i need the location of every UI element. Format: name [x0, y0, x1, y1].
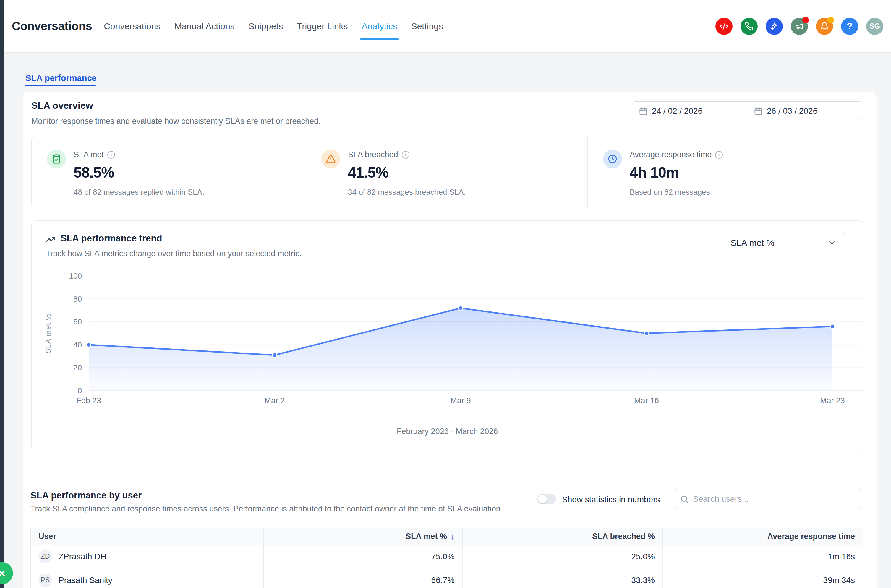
sla-trend-card: SLA performance trend Track how SLA metr…: [32, 220, 863, 451]
column-header-sla-breached[interactable]: SLA breached %: [463, 528, 663, 545]
stat-description: 34 of 82 messages breached SLA.: [348, 188, 466, 197]
metric-select-value: SLA met %: [730, 238, 828, 248]
header-actions: SG: [715, 18, 883, 35]
tab-conversations[interactable]: Conversations: [104, 21, 161, 32]
stat-avg-response-time: Average response time 4h 10m Based on 82…: [587, 136, 863, 209]
warning-triangle-icon: [326, 154, 336, 164]
stat-value: 41.5%: [348, 164, 466, 181]
trend-subtitle: Track how SLA metrics change over time b…: [46, 249, 302, 258]
trending-up-icon: [45, 234, 56, 244]
stat-description: 48 of 82 messages replied within SLA.: [74, 188, 204, 197]
close-icon: [0, 567, 5, 579]
code-icon: [720, 22, 729, 31]
active-tab-underline: [25, 84, 96, 86]
date-range-picker: 24 / 02 / 2026 26 / 03 / 2026: [632, 101, 862, 121]
sla-user-table: User SLA met % ↓ SLA breached % Average …: [30, 528, 863, 588]
svg-text:40: 40: [73, 340, 82, 349]
calendar-icon: [639, 106, 648, 116]
trend-title: SLA performance trend: [61, 233, 162, 244]
svg-text:100: 100: [69, 272, 82, 280]
metric-select[interactable]: SLA met %: [719, 232, 845, 253]
svg-text:Mar 16: Mar 16: [634, 396, 659, 405]
date-to-field[interactable]: 26 / 03 / 2026: [747, 102, 862, 120]
phone-button[interactable]: [741, 18, 758, 35]
toggle-knob: [538, 495, 547, 504]
overview-subtitle: Monitor response times and evaluate how …: [32, 117, 321, 126]
table-cell-sla-met: 66.7%: [264, 568, 463, 588]
by-user-title: SLA performance by user: [30, 490, 141, 501]
toggle-label: Show statistics in numbers: [562, 494, 660, 505]
date-from-field[interactable]: 24 / 02 / 2026: [633, 102, 747, 120]
code-button[interactable]: [715, 18, 733, 35]
bell-icon: [820, 22, 829, 31]
svg-text:SLA met %: SLA met %: [44, 313, 52, 354]
svg-text:Mar 2: Mar 2: [264, 396, 285, 405]
notification-dot: [828, 17, 834, 23]
date-to-value: 26 / 03 / 2026: [767, 106, 817, 116]
by-user-subtitle: Track SLA compliance and response times …: [30, 504, 503, 513]
table-cell-avg-response: 1m 16s: [663, 545, 862, 568]
avatar: ZD: [38, 550, 52, 564]
column-header-user[interactable]: User: [31, 528, 264, 545]
main-tabs: Conversations Manual Actions Snippets Tr…: [104, 0, 443, 52]
user-name: Prasath Sanity: [59, 576, 112, 585]
column-header-sla-met[interactable]: SLA met % ↓: [264, 528, 463, 545]
stat-sla-met: SLA met 58.5% 48 of 82 messages replied …: [32, 136, 306, 209]
content-card: SLA overview Monitor response times and …: [23, 92, 877, 588]
tab-snippets[interactable]: Snippets: [249, 21, 283, 32]
stat-label: Average response time: [630, 150, 712, 159]
phone-icon: [745, 22, 754, 31]
tab-analytics[interactable]: Analytics: [362, 21, 397, 32]
stat-icon-bubble: [603, 150, 622, 168]
user-name: ZPrasath DH: [59, 552, 107, 561]
show-statistics-toggle[interactable]: [537, 494, 556, 504]
clipboard-check-icon: [51, 154, 62, 164]
chart-caption: February 2026 - March 2026: [32, 427, 863, 436]
svg-text:60: 60: [73, 317, 82, 326]
user-avatar[interactable]: SG: [866, 18, 883, 35]
svg-text:Feb 23: Feb 23: [76, 396, 101, 405]
tab-manual-actions[interactable]: Manual Actions: [174, 21, 234, 32]
stat-description: Based on 82 messages: [630, 188, 723, 197]
help-icon: [847, 21, 853, 32]
trend-chart-area: 020406080100SLA met %Feb 23Mar 2Mar 9Mar…: [32, 268, 864, 410]
stat-value: 4h 10m: [630, 164, 723, 181]
left-sidebar-edge: [0, 0, 4, 588]
stat-label: SLA breached: [348, 150, 398, 159]
table-cell-avg-response: 39m 34s: [663, 568, 862, 588]
svg-text:0: 0: [78, 386, 82, 395]
clock-icon: [607, 154, 618, 164]
column-header-avg-response[interactable]: Average response time: [663, 528, 862, 545]
table-row-user-cell[interactable]: ZD ZPrasath DH: [31, 545, 264, 568]
notifications-button[interactable]: [816, 18, 833, 35]
stat-icon-bubble: [322, 150, 340, 168]
tab-trigger-links[interactable]: Trigger Links: [297, 21, 348, 32]
section-divider: [23, 470, 876, 470]
tab-settings[interactable]: Settings: [411, 21, 443, 32]
svg-text:80: 80: [73, 295, 82, 303]
stat-icon-bubble: [47, 150, 66, 168]
table-row-user-cell[interactable]: PS Prasath Sanity: [31, 568, 264, 588]
user-search: [674, 489, 862, 509]
chevron-down-icon: [828, 238, 836, 248]
stat-label: SLA met: [74, 150, 104, 159]
table-cell-sla-met: 75.0%: [264, 545, 463, 568]
page: Conversations Conversations Manual Actio…: [0, 0, 891, 588]
table-cell-sla-breached: 33.3%: [463, 568, 663, 588]
announcements-button[interactable]: [791, 18, 808, 35]
info-icon[interactable]: [107, 151, 115, 159]
table-cell-sla-breached: 25.0%: [463, 545, 663, 568]
help-button[interactable]: [841, 18, 858, 35]
search-input[interactable]: [693, 494, 856, 504]
stat-value: 58.5%: [74, 164, 204, 181]
close-widget-button[interactable]: [0, 562, 13, 585]
ai-sparkles-button[interactable]: [766, 18, 783, 35]
sla-stats-strip: SLA met 58.5% 48 of 82 messages replied …: [32, 136, 863, 210]
tab-sla-performance[interactable]: SLA performance: [26, 73, 97, 83]
calendar-icon: [754, 106, 763, 116]
info-icon[interactable]: [402, 151, 409, 159]
sort-desc-icon: ↓: [451, 532, 455, 542]
search-icon: [680, 495, 689, 504]
stat-sla-breached: SLA breached 41.5% 34 of 82 messages bre…: [306, 136, 587, 209]
info-icon[interactable]: [715, 151, 723, 159]
